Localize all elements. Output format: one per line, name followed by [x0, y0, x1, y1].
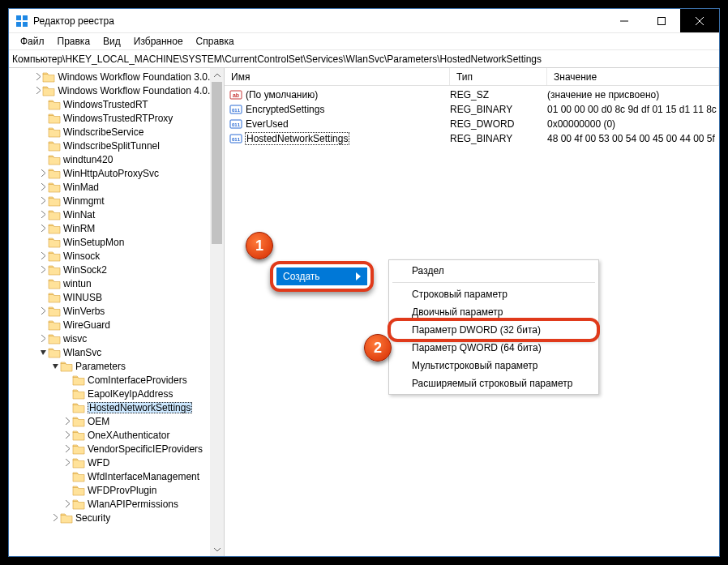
value-row[interactable]: ab(По умолчанию)REG_SZ(значение не присв…: [225, 88, 719, 102]
submenu-item[interactable]: Расширяемый строковый параметр: [391, 375, 597, 392]
folder-icon: [48, 195, 61, 208]
tree-item[interactable]: WinMad: [9, 180, 224, 194]
chevron-right-icon[interactable]: [38, 197, 48, 204]
menu-item-create[interactable]: Создать: [276, 268, 367, 285]
scroll-down-icon[interactable]: [210, 542, 224, 556]
context-menu-create: Создать: [270, 261, 374, 292]
value-type: REG_BINARY: [450, 133, 547, 144]
menu-4[interactable]: Справка: [190, 34, 241, 49]
tree-item[interactable]: wintun: [9, 276, 224, 290]
tree-item[interactable]: WfdInterfaceManagement: [9, 469, 224, 483]
tree-item[interactable]: HostedNetworkSettings: [9, 400, 224, 414]
chevron-right-icon[interactable]: [62, 431, 72, 439]
tree-item[interactable]: WinNat: [9, 208, 224, 221]
window-title: Редактор реестра: [33, 15, 606, 27]
tree-item[interactable]: WinRM: [9, 221, 224, 235]
value-data: 0x00000000 (0): [547, 118, 719, 130]
scroll-up-icon[interactable]: [210, 68, 224, 82]
tree-item[interactable]: WindscribeService: [9, 125, 224, 139]
tree-item[interactable]: ComInterfaceProviders: [9, 373, 224, 387]
chevron-down-icon[interactable]: [50, 362, 60, 370]
submenu-item[interactable]: Раздел: [391, 262, 597, 280]
folder-icon: [48, 139, 61, 152]
scroll-thumb[interactable]: [212, 82, 222, 244]
chevron-right-icon[interactable]: [62, 417, 72, 425]
chevron-down-icon[interactable]: [38, 349, 48, 356]
value-row[interactable]: 011HostedNetworkSettingsREG_BINARY48 00 …: [225, 131, 719, 146]
chevron-right-icon[interactable]: [34, 87, 42, 94]
tree-item[interactable]: Winmgmt: [9, 194, 224, 208]
column-headers[interactable]: Имя Тип Значение: [225, 68, 719, 86]
value-row[interactable]: 011EverUsedREG_DWORD0x00000000 (0): [225, 117, 719, 131]
tree-item[interactable]: WireGuard: [9, 318, 224, 332]
tree-item[interactable]: WindowsTrustedRT: [9, 97, 224, 111]
maximize-button[interactable]: [643, 9, 680, 32]
chevron-right-icon[interactable]: [38, 307, 48, 315]
tree-item[interactable]: OneXAuthenticator: [9, 428, 224, 442]
chevron-right-icon[interactable]: [50, 514, 60, 521]
tree-item[interactable]: WFDProvPlugin: [9, 483, 224, 497]
submenu-item[interactable]: Параметр DWORD (32 бита): [391, 321, 597, 339]
submenu-item[interactable]: Строковый параметр: [391, 285, 597, 303]
minimize-button[interactable]: [606, 9, 643, 32]
close-button[interactable]: [680, 9, 719, 32]
chevron-right-icon[interactable]: [62, 459, 72, 466]
chevron-right-icon[interactable]: [38, 183, 48, 190]
tree-item[interactable]: WinHttpAutoProxySvc: [9, 166, 224, 180]
tree-item[interactable]: WFD: [9, 456, 224, 469]
tree-item[interactable]: WindowsTrustedRTProxy: [9, 111, 224, 125]
tree-item[interactable]: Parameters: [9, 359, 224, 373]
submenu-item[interactable]: Двоичный параметр: [391, 303, 597, 321]
chevron-right-icon[interactable]: [34, 73, 42, 80]
value-data: (значение не присвоено): [547, 89, 719, 101]
submenu-item[interactable]: Параметр QWORD (64 бита): [391, 339, 597, 357]
folder-icon: [48, 98, 61, 111]
tree-item[interactable]: Windows Workflow Foundation 3.0.0.0: [9, 70, 224, 83]
chevron-right-icon[interactable]: [62, 445, 72, 452]
tree-item[interactable]: WindscribeSplitTunnel: [9, 139, 224, 152]
chevron-right-icon[interactable]: [38, 335, 48, 342]
menu-0[interactable]: Файл: [14, 34, 51, 49]
tree-item-label: windtun420: [63, 154, 113, 165]
col-value[interactable]: Значение: [547, 68, 719, 85]
tree-item[interactable]: wisvc: [9, 332, 224, 345]
tree-item-label: Parameters: [75, 361, 126, 372]
chevron-right-icon[interactable]: [38, 225, 48, 232]
chevron-right-icon[interactable]: [62, 500, 72, 507]
address-bar[interactable]: Компьютер\HKEY_LOCAL_MACHINE\SYSTEM\Curr…: [9, 50, 719, 68]
chevron-right-icon[interactable]: [38, 211, 48, 218]
menu-1[interactable]: Правка: [51, 34, 97, 49]
tree-item[interactable]: WINUSB: [9, 290, 224, 304]
tree-item[interactable]: Winsock: [9, 249, 224, 263]
tree-item[interactable]: WinSock2: [9, 263, 224, 276]
tree-scrollbar[interactable]: [210, 68, 224, 556]
tree-item[interactable]: Security: [9, 511, 224, 524]
folder-icon: [48, 277, 61, 290]
tree-item[interactable]: WinVerbs: [9, 304, 224, 318]
tree-panel[interactable]: Windows Workflow Foundation 3.0.0.0Windo…: [9, 68, 225, 556]
menu-3[interactable]: Избранное: [127, 34, 190, 49]
tree-item[interactable]: windtun420: [9, 152, 224, 166]
tree-item[interactable]: WlanSvc: [9, 345, 224, 359]
tree-item[interactable]: VendorSpecificIEProviders: [9, 442, 224, 456]
menu-2[interactable]: Вид: [96, 34, 127, 49]
value-row[interactable]: 011EncryptedSettingsREG_BINARY01 00 00 0…: [225, 102, 719, 117]
address-text: Компьютер\HKEY_LOCAL_MACHINE\SYSTEM\Curr…: [12, 54, 542, 65]
chevron-right-icon[interactable]: [38, 252, 48, 259]
chevron-right-icon[interactable]: [38, 266, 48, 273]
folder-icon: [48, 291, 61, 304]
chevron-right-icon[interactable]: [38, 169, 48, 177]
tree-item[interactable]: EapolKeyIpAddress: [9, 387, 224, 400]
tree-item[interactable]: WlanAPIPermissions: [9, 497, 224, 511]
tree-item-label: VendorSpecificIEProviders: [88, 443, 203, 455]
submenu-item[interactable]: Мультистроковый параметр: [391, 357, 597, 375]
col-type[interactable]: Тип: [450, 68, 547, 85]
string-value-icon: ab: [229, 88, 242, 101]
tree-item[interactable]: OEM: [9, 414, 224, 428]
tree-item[interactable]: WinSetupMon: [9, 235, 224, 249]
folder-icon: [48, 263, 61, 276]
col-name[interactable]: Имя: [225, 68, 450, 85]
value-data: 01 00 00 00 d0 8c 9d df 01 15 d1 11 8c: [547, 104, 719, 115]
svg-text:011: 011: [232, 108, 241, 113]
tree-item[interactable]: Windows Workflow Foundation 4.0.0.0: [9, 83, 224, 97]
